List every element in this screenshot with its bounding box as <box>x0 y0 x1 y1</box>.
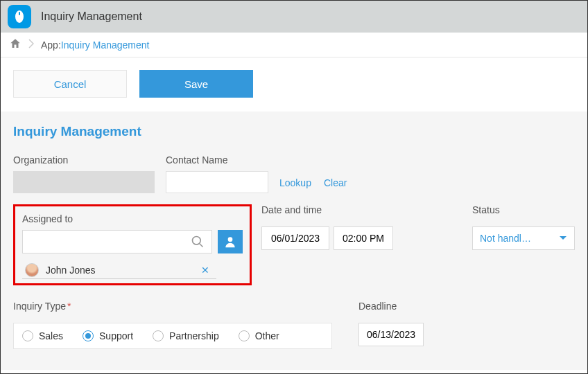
inquiry-type-label: Inquiry Type* <box>13 301 332 312</box>
chevron-down-icon <box>559 235 567 241</box>
status-select[interactable]: Not handl… <box>472 226 575 250</box>
contact-clear-link[interactable]: Clear <box>324 177 347 188</box>
deadline-label: Deadline <box>358 301 424 312</box>
contact-name-input[interactable] <box>166 171 268 193</box>
svg-point-4 <box>228 237 233 242</box>
radio-partnership-label: Partnership <box>169 330 219 341</box>
assigned-user-row: John Jones ✕ <box>22 259 216 279</box>
radio-sales[interactable]: Sales <box>22 330 63 341</box>
save-button[interactable]: Save <box>139 70 253 98</box>
breadcrumb-separator-icon <box>28 39 34 51</box>
assigned-to-label: Assigned to <box>22 213 243 224</box>
inquiry-type-radio-group: Sales Support Partnership Other <box>13 323 332 349</box>
user-avatar <box>25 263 39 277</box>
time-input[interactable] <box>334 226 393 250</box>
form-area: Inquiry Management Organization Contact … <box>1 112 587 370</box>
breadcrumb-app-link[interactable]: Inquiry Management <box>61 39 150 51</box>
organization-label: Organization <box>13 154 166 166</box>
app-header: Inquiry Management <box>1 1 587 33</box>
deadline-input[interactable] <box>358 323 424 346</box>
date-input[interactable] <box>261 226 329 250</box>
assigned-to-search[interactable] <box>22 230 212 253</box>
organization-field[interactable] <box>13 171 155 193</box>
form-title: Inquiry Management <box>13 124 575 139</box>
remove-user-icon[interactable]: ✕ <box>197 265 214 276</box>
status-label: Status <box>472 204 575 215</box>
breadcrumb-bar: App: Inquiry Management <box>1 33 587 57</box>
svg-rect-1 <box>19 12 20 15</box>
datetime-label: Date and time <box>261 204 393 215</box>
assigned-to-search-input[interactable] <box>23 231 188 253</box>
radio-support[interactable]: Support <box>83 330 133 341</box>
contact-name-label: Contact Name <box>166 154 347 166</box>
contact-lookup-link[interactable]: Lookup <box>279 177 311 188</box>
search-icon[interactable] <box>188 232 207 251</box>
breadcrumb-prefix: App: <box>41 39 61 51</box>
assigned-user-name: John Jones <box>46 265 197 276</box>
app-title: Inquiry Management <box>41 10 142 23</box>
radio-other-label: Other <box>255 330 279 341</box>
radio-support-label: Support <box>99 330 133 341</box>
radio-sales-label: Sales <box>39 330 63 341</box>
cancel-button[interactable]: Cancel <box>13 70 127 98</box>
svg-point-2 <box>193 237 201 245</box>
home-icon[interactable] <box>9 37 21 52</box>
svg-line-3 <box>200 244 203 247</box>
radio-other[interactable]: Other <box>239 330 279 341</box>
user-picker-button[interactable] <box>218 230 243 253</box>
assigned-to-block: Assigned to John Jones ✕ <box>13 204 252 285</box>
app-icon <box>8 5 31 28</box>
radio-partnership[interactable]: Partnership <box>153 330 219 341</box>
status-value: Not handl… <box>480 233 531 244</box>
actions-row: Cancel Save <box>1 57 587 112</box>
